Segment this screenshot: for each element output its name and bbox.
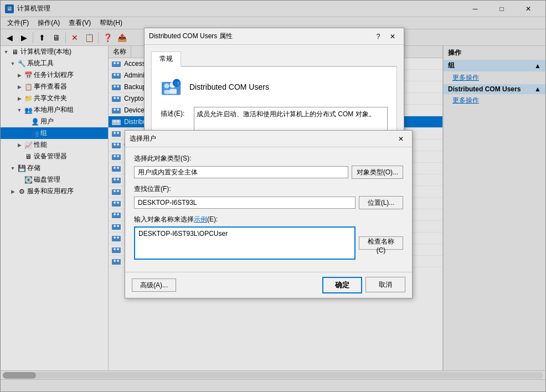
- check-name-button[interactable]: 检查名称(C): [359, 236, 403, 250]
- svg-point-55: [164, 84, 169, 89]
- object-type-row: 选择此对象类型(S): 对象类型(O)...: [134, 154, 403, 179]
- advanced-button[interactable]: 高级(A)...: [132, 278, 176, 292]
- properties-dialog-controls: ? ✕: [372, 30, 399, 43]
- desc-label: 描述(E):: [161, 107, 194, 118]
- select-user-content: 选择此对象类型(S): 对象类型(O)... 查找位置(F): 位置(L)...…: [125, 147, 412, 272]
- tabs-bar: 常规: [151, 51, 397, 67]
- properties-close-button[interactable]: ✕: [386, 30, 399, 43]
- properties-help-button[interactable]: ?: [372, 30, 385, 43]
- confirm-button[interactable]: 确定: [322, 277, 362, 293]
- object-type-button[interactable]: 对象类型(O)...: [352, 166, 403, 179]
- group-info: 👥 Distributed COM Users: [161, 76, 388, 98]
- tab-general[interactable]: 常规: [151, 51, 181, 67]
- object-type-input[interactable]: [134, 166, 348, 178]
- user-input-label: 输入对象名称来选择示例(E):: [134, 215, 403, 224]
- select-user-title-bar: 选择用户 ✕: [125, 131, 412, 147]
- group-display-name: Distributed COM Users: [189, 82, 269, 91]
- user-name-input[interactable]: [134, 226, 356, 260]
- svg-text:👥: 👥: [174, 80, 181, 86]
- user-input-label-suffix: (E):: [207, 215, 218, 223]
- user-input-label-prefix: 输入对象名称来选择: [134, 215, 194, 223]
- select-user-title: 选择用户: [130, 134, 394, 143]
- select-user-controls: ✕: [394, 132, 408, 146]
- user-name-input-row: 检查名称(C): [134, 226, 403, 260]
- cancel-button[interactable]: 取消: [365, 277, 405, 292]
- properties-dialog-title: Distributed COM Users 属性: [149, 32, 372, 41]
- select-user-dialog: 选择用户 ✕ 选择此对象类型(S): 对象类型(O)... 查找位置(F): 位…: [125, 130, 413, 298]
- select-user-close-button[interactable]: ✕: [394, 132, 408, 146]
- location-button[interactable]: 位置(L)...: [359, 196, 403, 209]
- location-row: 查找位置(F): 位置(L)...: [134, 184, 403, 209]
- location-label: 查找位置(F):: [134, 184, 403, 194]
- select-user-footer: 高级(A)... 确定 取消: [125, 272, 412, 298]
- properties-dialog-title-bar: Distributed COM Users 属性 ? ✕: [145, 28, 404, 45]
- user-input-row-container: 输入对象名称来选择示例(E): 检查名称(C): [134, 215, 403, 260]
- object-type-label: 选择此对象类型(S):: [134, 154, 403, 163]
- svg-rect-58: [169, 89, 177, 94]
- footer-confirm-cancel: 确定 取消: [322, 277, 405, 293]
- location-input-row: 位置(L)...: [134, 196, 403, 209]
- svg-rect-57: [164, 90, 171, 94]
- object-type-input-row: 对象类型(O)...: [134, 166, 403, 179]
- group-icon: 👥: [161, 76, 183, 98]
- location-input[interactable]: [134, 197, 356, 209]
- user-input-example-link[interactable]: 示例: [194, 215, 207, 223]
